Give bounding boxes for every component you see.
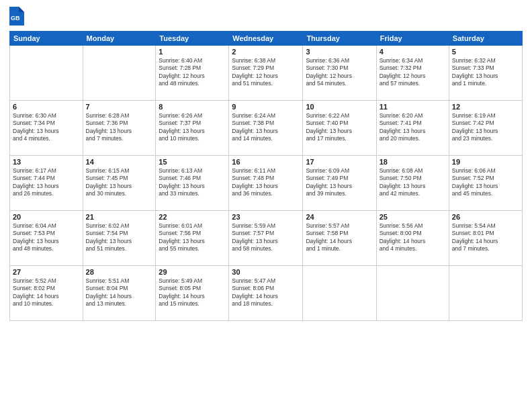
cell-date-number: 17	[306, 158, 373, 166]
cell-info-text: Sunrise: 6:11 AM Sunset: 7:48 PM Dayligh…	[232, 167, 300, 198]
cell-info-text: Sunrise: 6:09 AM Sunset: 7:49 PM Dayligh…	[306, 167, 373, 198]
cell-info-text: Sunrise: 6:36 AM Sunset: 7:30 PM Dayligh…	[306, 57, 373, 88]
cell-info-text: Sunrise: 6:22 AM Sunset: 7:40 PM Dayligh…	[306, 112, 373, 143]
cell-date-number: 1	[159, 48, 226, 56]
calendar-cell: 15Sunrise: 6:13 AM Sunset: 7:46 PM Dayli…	[156, 156, 229, 211]
cell-date-number: 18	[380, 158, 446, 166]
calendar-header-row: SundayMondayTuesdayWednesdayThursdayFrid…	[10, 32, 523, 46]
day-header-wednesday: Wednesday	[229, 32, 303, 46]
cell-info-text: Sunrise: 5:59 AM Sunset: 7:57 PM Dayligh…	[232, 222, 300, 253]
svg-marker-1	[19, 7, 24, 12]
header: GB	[9, 7, 523, 26]
cell-date-number: 3	[306, 48, 373, 56]
cell-date-number: 13	[13, 158, 80, 166]
calendar-cell: 6Sunrise: 6:30 AM Sunset: 7:34 PM Daylig…	[10, 101, 83, 156]
cell-info-text: Sunrise: 6:32 AM Sunset: 7:33 PM Dayligh…	[452, 57, 519, 88]
cell-info-text: Sunrise: 6:30 AM Sunset: 7:34 PM Dayligh…	[13, 112, 80, 143]
cell-info-text: Sunrise: 6:02 AM Sunset: 7:54 PM Dayligh…	[86, 222, 153, 253]
cell-info-text: Sunrise: 6:01 AM Sunset: 7:56 PM Dayligh…	[159, 222, 226, 253]
cell-date-number: 30	[232, 268, 300, 276]
calendar-cell	[376, 266, 449, 321]
calendar-cell: 21Sunrise: 6:02 AM Sunset: 7:54 PM Dayli…	[83, 211, 156, 266]
cell-date-number: 12	[452, 103, 519, 111]
cell-date-number: 21	[86, 213, 153, 221]
cell-info-text: Sunrise: 5:56 AM Sunset: 8:00 PM Dayligh…	[380, 222, 446, 253]
cell-info-text: Sunrise: 6:13 AM Sunset: 7:46 PM Dayligh…	[159, 167, 226, 198]
cell-date-number: 26	[452, 213, 519, 221]
day-header-tuesday: Tuesday	[156, 32, 229, 46]
calendar-cell: 10Sunrise: 6:22 AM Sunset: 7:40 PM Dayli…	[303, 101, 376, 156]
calendar-cell: 2Sunrise: 6:38 AM Sunset: 7:29 PM Daylig…	[229, 46, 303, 101]
cell-info-text: Sunrise: 6:06 AM Sunset: 7:52 PM Dayligh…	[452, 167, 519, 198]
cell-date-number: 11	[380, 103, 446, 111]
calendar-cell: 19Sunrise: 6:06 AM Sunset: 7:52 PM Dayli…	[449, 156, 522, 211]
cell-info-text: Sunrise: 6:17 AM Sunset: 7:44 PM Dayligh…	[13, 167, 80, 198]
cell-date-number: 8	[159, 103, 226, 111]
cell-date-number: 10	[306, 103, 373, 111]
calendar-cell	[10, 46, 83, 101]
cell-date-number: 6	[13, 103, 80, 111]
calendar-cell: 5Sunrise: 6:32 AM Sunset: 7:33 PM Daylig…	[449, 46, 522, 101]
calendar-cell	[449, 266, 522, 321]
cell-date-number: 9	[232, 103, 300, 111]
day-header-thursday: Thursday	[303, 32, 376, 46]
calendar-cell: 4Sunrise: 6:34 AM Sunset: 7:32 PM Daylig…	[376, 46, 449, 101]
calendar-cell: 30Sunrise: 5:47 AM Sunset: 8:06 PM Dayli…	[229, 266, 303, 321]
calendar-cell: 12Sunrise: 6:19 AM Sunset: 7:42 PM Dayli…	[449, 101, 522, 156]
calendar-cell: 17Sunrise: 6:09 AM Sunset: 7:49 PM Dayli…	[303, 156, 376, 211]
calendar-cell: 26Sunrise: 5:54 AM Sunset: 8:01 PM Dayli…	[449, 211, 522, 266]
week-row-2: 6Sunrise: 6:30 AM Sunset: 7:34 PM Daylig…	[10, 101, 523, 156]
cell-info-text: Sunrise: 5:49 AM Sunset: 8:05 PM Dayligh…	[159, 277, 226, 308]
cell-date-number: 14	[86, 158, 153, 166]
cell-info-text: Sunrise: 6:20 AM Sunset: 7:41 PM Dayligh…	[380, 112, 446, 143]
cell-info-text: Sunrise: 5:57 AM Sunset: 7:58 PM Dayligh…	[306, 222, 373, 253]
calendar-cell: 20Sunrise: 6:04 AM Sunset: 7:53 PM Dayli…	[10, 211, 83, 266]
cell-date-number: 5	[452, 48, 519, 56]
day-header-monday: Monday	[83, 32, 156, 46]
calendar-cell: 22Sunrise: 6:01 AM Sunset: 7:56 PM Dayli…	[156, 211, 229, 266]
cell-info-text: Sunrise: 6:24 AM Sunset: 7:38 PM Dayligh…	[232, 112, 300, 143]
calendar-cell: 24Sunrise: 5:57 AM Sunset: 7:58 PM Dayli…	[303, 211, 376, 266]
cell-info-text: Sunrise: 6:38 AM Sunset: 7:29 PM Dayligh…	[232, 57, 300, 88]
cell-info-text: Sunrise: 6:28 AM Sunset: 7:36 PM Dayligh…	[86, 112, 153, 143]
week-row-3: 13Sunrise: 6:17 AM Sunset: 7:44 PM Dayli…	[10, 156, 523, 211]
logo: GB	[9, 7, 26, 26]
cell-info-text: Sunrise: 5:51 AM Sunset: 8:04 PM Dayligh…	[86, 277, 153, 308]
cell-info-text: Sunrise: 5:52 AM Sunset: 8:02 PM Dayligh…	[13, 277, 80, 308]
cell-date-number: 29	[159, 268, 226, 276]
calendar-cell: 23Sunrise: 5:59 AM Sunset: 7:57 PM Dayli…	[229, 211, 303, 266]
cell-info-text: Sunrise: 6:40 AM Sunset: 7:28 PM Dayligh…	[159, 57, 226, 88]
calendar-cell	[303, 266, 376, 321]
cell-date-number: 20	[13, 213, 80, 221]
calendar-cell: 8Sunrise: 6:26 AM Sunset: 7:37 PM Daylig…	[156, 101, 229, 156]
cell-date-number: 22	[159, 213, 226, 221]
calendar-table: SundayMondayTuesdayWednesdayThursdayFrid…	[9, 31, 523, 321]
cell-info-text: Sunrise: 6:04 AM Sunset: 7:53 PM Dayligh…	[13, 222, 80, 253]
svg-text:GB: GB	[11, 15, 20, 21]
day-header-friday: Friday	[376, 32, 449, 46]
cell-info-text: Sunrise: 6:15 AM Sunset: 7:45 PM Dayligh…	[86, 167, 153, 198]
calendar-cell: 13Sunrise: 6:17 AM Sunset: 7:44 PM Dayli…	[10, 156, 83, 211]
calendar-cell: 27Sunrise: 5:52 AM Sunset: 8:02 PM Dayli…	[10, 266, 83, 321]
calendar-cell: 16Sunrise: 6:11 AM Sunset: 7:48 PM Dayli…	[229, 156, 303, 211]
cell-date-number: 25	[380, 213, 446, 221]
cell-info-text: Sunrise: 5:47 AM Sunset: 8:06 PM Dayligh…	[232, 277, 300, 308]
cell-info-text: Sunrise: 6:34 AM Sunset: 7:32 PM Dayligh…	[380, 57, 446, 88]
week-row-4: 20Sunrise: 6:04 AM Sunset: 7:53 PM Dayli…	[10, 211, 523, 266]
calendar-cell: 14Sunrise: 6:15 AM Sunset: 7:45 PM Dayli…	[83, 156, 156, 211]
calendar-cell: 18Sunrise: 6:08 AM Sunset: 7:50 PM Dayli…	[376, 156, 449, 211]
cell-date-number: 28	[86, 268, 153, 276]
cell-date-number: 16	[232, 158, 300, 166]
cell-date-number: 23	[232, 213, 300, 221]
calendar-cell: 28Sunrise: 5:51 AM Sunset: 8:04 PM Dayli…	[83, 266, 156, 321]
week-row-5: 27Sunrise: 5:52 AM Sunset: 8:02 PM Dayli…	[10, 266, 523, 321]
calendar-cell	[83, 46, 156, 101]
calendar-cell: 1Sunrise: 6:40 AM Sunset: 7:28 PM Daylig…	[156, 46, 229, 101]
cell-date-number: 15	[159, 158, 226, 166]
cell-info-text: Sunrise: 5:54 AM Sunset: 8:01 PM Dayligh…	[452, 222, 519, 253]
week-row-1: 1Sunrise: 6:40 AM Sunset: 7:28 PM Daylig…	[10, 46, 523, 101]
cell-date-number: 2	[232, 48, 300, 56]
logo-icon: GB	[9, 7, 24, 26]
calendar-cell: 9Sunrise: 6:24 AM Sunset: 7:38 PM Daylig…	[229, 101, 303, 156]
page: GB SundayMondayTuesdayWednesdayThursdayF…	[0, 0, 532, 411]
